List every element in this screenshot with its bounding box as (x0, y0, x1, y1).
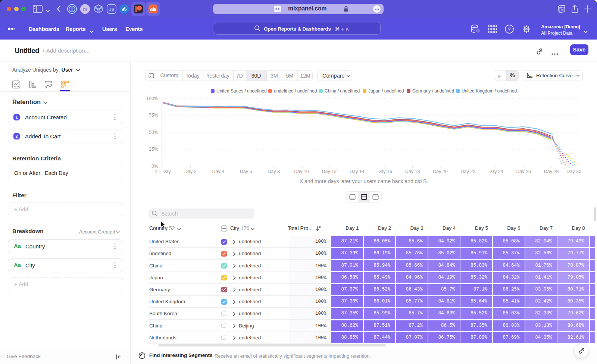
svg-text:100%: 100% (146, 96, 158, 101)
svg-text:Day 30: Day 30 (566, 169, 581, 174)
svg-text:Day 14: Day 14 (350, 169, 365, 174)
svg-text:N: N (561, 8, 564, 12)
svg-text:0%: 0% (151, 164, 158, 169)
svg-text:Day 10: Day 10 (294, 169, 309, 174)
svg-text:Day 12: Day 12 (322, 169, 337, 174)
svg-text:Day 24: Day 24 (488, 169, 503, 174)
svg-text:Day 6: Day 6 (240, 169, 252, 174)
svg-text:Day 16: Day 16 (377, 169, 392, 174)
svg-text:Day 26: Day 26 (516, 169, 531, 174)
svg-text:Day 28: Day 28 (544, 169, 559, 174)
svg-text:Day 22: Day 22 (461, 169, 476, 174)
svg-text:Day 18: Day 18 (405, 169, 420, 174)
svg-text:< 1 Day: < 1 Day (154, 169, 171, 174)
svg-text:25%: 25% (149, 147, 158, 152)
svg-text:50%: 50% (149, 130, 158, 135)
svg-text:75%: 75% (149, 113, 158, 118)
svg-text:JS: JS (109, 7, 114, 12)
svg-text:Day 20: Day 20 (433, 169, 448, 174)
svg-text:Day 4: Day 4 (212, 169, 224, 174)
svg-text:Day 2: Day 2 (184, 169, 197, 174)
svg-text:?: ? (508, 26, 510, 32)
svg-text:Day 8: Day 8 (268, 169, 280, 174)
svg-text:m: m (83, 6, 87, 12)
